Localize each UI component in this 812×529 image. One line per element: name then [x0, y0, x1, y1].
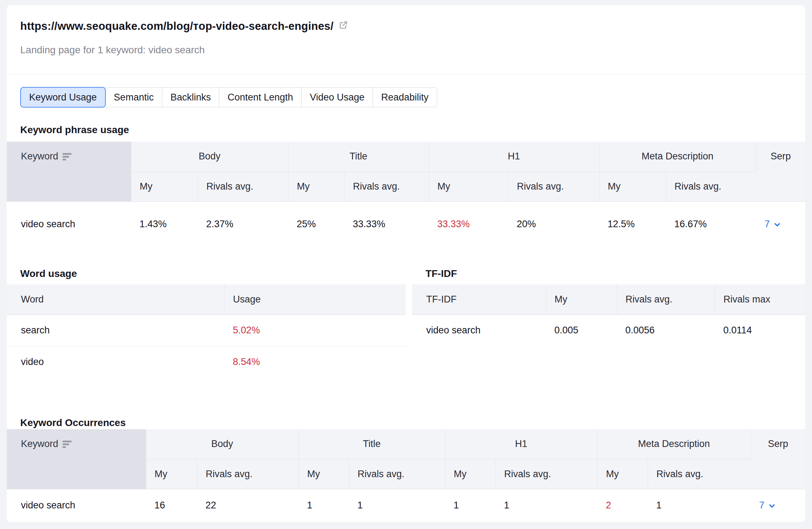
section-title-tfidf: TF-IDF — [426, 267, 805, 280]
subheader-title-rivals-avg: Rivals avg. — [344, 171, 429, 201]
header-divider — [7, 74, 805, 74]
table-row: search 5.02% — [7, 315, 406, 346]
serp-expand-link[interactable]: 7 — [759, 500, 776, 511]
cell-serp: 7 — [751, 489, 805, 522]
tab-backlinks[interactable]: Backlinks — [162, 88, 219, 107]
cell-rivals-max: 0.0114 — [715, 315, 805, 346]
sort-icon[interactable] — [62, 440, 72, 448]
cell-keyword: video search — [412, 315, 546, 346]
section-title-keyword-phrase-usage: Keyword phrase usage — [20, 124, 805, 136]
table-row: video 8.54% — [7, 346, 406, 378]
column-header-rivals-max: Rivals max — [715, 284, 805, 315]
tab-video-usage[interactable]: Video Usage — [302, 88, 373, 107]
subheader-meta-my: My — [597, 459, 648, 489]
cell-body-my: 1.43% — [131, 201, 198, 247]
cell-h1-my: 1 — [445, 489, 495, 522]
cell-h1-rivals-avg: 1 — [495, 489, 597, 522]
cell-keyword: video search — [7, 489, 146, 522]
cell-body-rivals-avg: 2.37% — [198, 201, 288, 247]
column-header-title: Title — [298, 429, 445, 459]
column-header-title: Title — [288, 142, 429, 171]
column-header-serp: Serp — [756, 142, 805, 201]
cell-title-rivals-avg: 1 — [349, 489, 445, 522]
subheader-h1-my: My — [445, 459, 495, 489]
column-header-word: Word — [7, 284, 224, 315]
word-usage-table: Word Usage search 5.02% video 8.54% — [7, 284, 406, 378]
cell-title-my: 1 — [298, 489, 349, 522]
cell-title-rivals-avg: 33.33% — [344, 201, 429, 247]
section-title-word-usage: Word usage — [20, 267, 406, 280]
subheader-body-rivals-avg: Rivals avg. — [198, 171, 288, 201]
subheader-h1-rivals-avg: Rivals avg. — [508, 171, 599, 201]
table-row: video search 1.43% 2.37% 25% 33.33% 33.3… — [7, 201, 805, 247]
column-header-tfidf: TF-IDF — [412, 284, 546, 315]
column-header-serp: Serp — [751, 429, 805, 489]
keyword-phrase-usage-table: Keyword Body Title H1 Meta Description S… — [7, 142, 805, 247]
subheader-body-my: My — [131, 171, 198, 201]
cell-usage: 5.02% — [224, 315, 406, 346]
cell-serp: 7 — [756, 201, 805, 247]
word-usage-column: Word usage Word Usage search 5.02% video — [7, 267, 406, 378]
page-title-url: https://www.seoquake.com/blog/тop-video-… — [20, 20, 334, 33]
subheader-meta-rivals-avg: Rivals avg. — [666, 171, 756, 201]
column-header-meta-description: Meta Description — [597, 429, 751, 459]
cell-meta-my: 2 — [597, 489, 648, 522]
tfidf-table: TF-IDF My Rivals avg. Rivals max video s… — [412, 284, 805, 346]
column-header-my: My — [546, 284, 617, 315]
serp-expand-link[interactable]: 7 — [764, 219, 781, 230]
subheader-h1-rivals-avg: Rivals avg. — [495, 459, 597, 489]
column-header-rivals-avg: Rivals avg. — [617, 284, 715, 315]
column-header-usage: Usage — [224, 284, 406, 315]
table-row: video search 0.005 0.0056 0.0114 — [412, 315, 805, 346]
subheader-h1-my: My — [429, 171, 508, 201]
tab-content-length[interactable]: Content Length — [219, 88, 302, 107]
cell-title-my: 25% — [288, 201, 344, 247]
subheader-title-rivals-avg: Rivals avg. — [349, 459, 445, 489]
section-title-keyword-occurrences: Keyword Occurrences — [20, 416, 805, 429]
page-header: https://www.seoquake.com/blog/тop-video-… — [20, 20, 792, 33]
column-header-keyword[interactable]: Keyword — [7, 142, 131, 201]
column-header-body: Body — [131, 142, 288, 171]
table-row: video search 16 22 1 1 1 1 2 1 7 — [7, 489, 805, 522]
subheader-body-my: My — [146, 459, 197, 489]
cell-usage: 8.54% — [224, 346, 406, 378]
subheader-meta-my: My — [599, 171, 666, 201]
keyword-occurrences-table: Keyword Body Title H1 Meta Description S… — [7, 429, 805, 522]
subheader-body-rivals-avg: Rivals avg. — [197, 459, 298, 489]
column-header-h1: H1 — [429, 142, 599, 171]
subheader-title-my: My — [298, 459, 349, 489]
external-link-icon[interactable] — [339, 20, 348, 31]
cell-h1-my: 33.33% — [429, 201, 508, 247]
tab-semantic[interactable]: Semantic — [106, 88, 163, 107]
cell-my: 0.005 — [546, 315, 617, 346]
cell-meta-rivals-avg: 16.67% — [666, 201, 756, 247]
cell-h1-rivals-avg: 20% — [508, 201, 599, 247]
cell-rivals-avg: 0.0056 — [617, 315, 715, 346]
landing-page-card: https://www.seoquake.com/blog/тop-video-… — [7, 5, 805, 522]
column-header-meta-description: Meta Description — [599, 142, 756, 171]
cell-word: video — [7, 346, 224, 378]
subheader-title-my: My — [288, 171, 344, 201]
cell-word: search — [7, 315, 224, 346]
cell-meta-my: 12.5% — [599, 201, 666, 247]
page-subtitle: Landing page for 1 keyword: video search — [20, 44, 792, 56]
chevron-down-icon[interactable] — [773, 220, 781, 229]
tab-keyword-usage[interactable]: Keyword Usage — [20, 87, 106, 108]
word-usage-tfidf-section: Word usage Word Usage search 5.02% video — [7, 267, 805, 378]
tab-bar: Keyword Usage Semantic Backlinks Content… — [20, 87, 437, 107]
sort-icon[interactable] — [62, 152, 72, 161]
chevron-down-icon[interactable] — [768, 502, 776, 510]
cell-keyword: video search — [7, 201, 131, 247]
cell-body-rivals-avg: 22 — [197, 489, 298, 522]
subheader-meta-rivals-avg: Rivals avg. — [648, 459, 751, 489]
cell-body-my: 16 — [146, 489, 197, 522]
cell-meta-rivals-avg: 1 — [648, 489, 751, 522]
tab-readability[interactable]: Readability — [373, 88, 437, 107]
tfidf-column: TF-IDF TF-IDF My Rivals avg. Rivals max … — [412, 267, 805, 378]
column-header-h1: H1 — [445, 429, 597, 459]
column-header-keyword[interactable]: Keyword — [7, 429, 146, 489]
column-header-body: Body — [146, 429, 298, 459]
